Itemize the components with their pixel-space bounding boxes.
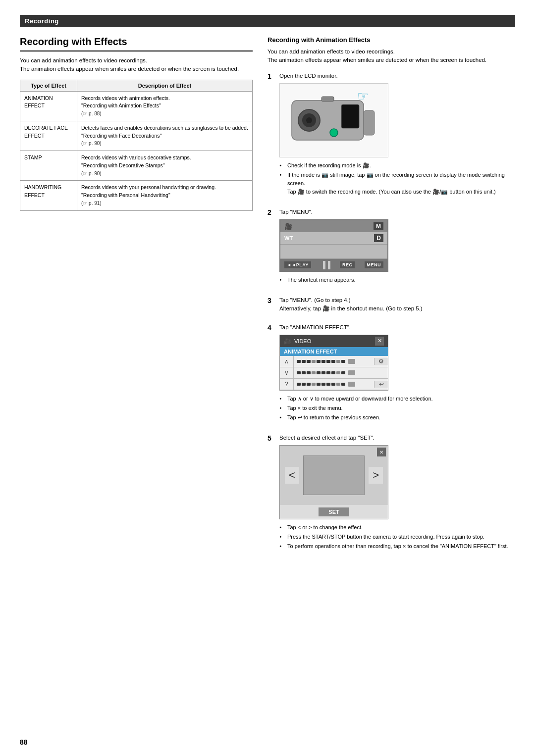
top-bar: Recording (20, 15, 515, 27)
dot (331, 371, 335, 374)
step-5-num: 5 (268, 434, 276, 443)
section-title: Recording with Effects (20, 36, 253, 51)
camera-preview-area (280, 244, 387, 259)
dot (312, 360, 316, 363)
col-header-type: Type of Effect (20, 80, 77, 91)
dot (331, 360, 335, 363)
page: Recording Recording with Effects You can… (0, 0, 535, 756)
select-close-button[interactable]: ✕ (377, 448, 386, 456)
back-icon[interactable]: ↩ (374, 381, 388, 388)
camera-icon: 🎥 (284, 223, 292, 230)
table-row: ANIMATION EFFECT Records videos with ani… (20, 91, 253, 121)
camera-ui-bottom: ◄◄PLAY ▐▐ REC MENU (280, 259, 387, 271)
main-content: Recording with Effects You can add anima… (20, 36, 515, 563)
step-5: 5 Select a desired effect and tap "SET".… (268, 434, 515, 555)
table-row: STAMP Records videos with various decora… (20, 151, 253, 181)
wt-label: WT (284, 235, 293, 241)
menu-item-row-1[interactable]: ∧ (280, 356, 388, 367)
up-arrow-icon[interactable]: ∧ (280, 356, 294, 367)
dot (336, 360, 340, 363)
animation-menu-box: 🎥 VIDEO ✕ ANIMATION EFFECT ∧ (279, 335, 388, 391)
top-bar-label: Recording (25, 17, 59, 25)
step-1: 1 Open the LCD monitor. (268, 72, 515, 201)
dot (312, 371, 316, 374)
dot (307, 383, 311, 386)
dot (317, 371, 321, 374)
settings-icon[interactable]: ⚙ (374, 358, 388, 365)
dot (341, 371, 345, 374)
select-box-inner: ✕ < > (280, 446, 388, 505)
menu-button[interactable]: MENU (365, 261, 384, 268)
subsection-title: Recording with Animation Effects (268, 36, 515, 44)
step-3-text: Tap "MENU". (Go to step 4.) Alternativel… (279, 296, 515, 313)
effect-name-1: ANIMATION EFFECT (20, 91, 77, 121)
table-row: DECORATE FACEEFFECT Detects faces and en… (20, 121, 253, 151)
right-column: Recording with Animation Effects You can… (268, 36, 515, 563)
m-label: M (374, 222, 383, 230)
dot (302, 371, 306, 374)
help-icon[interactable]: ? (280, 379, 294, 390)
dot (321, 383, 325, 386)
camera-ui-top: 🎥 M (280, 220, 387, 232)
step-3: 3 Tap "MENU". (Go to step 4.) Alternativ… (268, 296, 515, 316)
thumbnail (348, 370, 355, 375)
bullet-item: Tap ∧ or ∨ to move upward or downward fo… (279, 395, 515, 403)
effect-name-3: STAMP (20, 151, 77, 181)
dot (302, 360, 306, 363)
set-button-row: SET (280, 505, 388, 519)
dot (297, 371, 301, 374)
bullet-item: Check if the recording mode is 🎥. (279, 161, 515, 170)
rec-button[interactable]: REC (340, 261, 355, 268)
step-2-text: Tap "MENU". (279, 208, 515, 216)
animation-effect-row[interactable]: ANIMATION EFFECT (280, 347, 388, 356)
col-header-desc: Description of Effect (77, 80, 253, 91)
effect-preview (303, 455, 365, 495)
dot (336, 383, 340, 386)
play-button[interactable]: ◄◄PLAY (284, 261, 311, 268)
effect-desc-4: Records videos with your personal handwr… (77, 181, 253, 210)
select-effect-box: ✕ < > SET (279, 445, 388, 519)
bullet-item: Tap ↩ to return to the previous screen. (279, 413, 515, 422)
menu-header-left: 🎥 VIDEO (284, 338, 311, 345)
dot (302, 383, 306, 386)
effect-desc-2: Detects faces and enables decorations su… (77, 121, 253, 151)
step-4-num: 4 (268, 323, 276, 332)
animation-effect-label: ANIMATION EFFECT (284, 349, 337, 354)
svg-rect-5 (364, 110, 374, 135)
dot (312, 383, 316, 386)
dot (307, 360, 311, 363)
step-4-content: Tap "ANIMATION EFFECT". 🎥 VIDEO ✕ ANIMAT… (279, 323, 515, 427)
step-2-bullets: The shortcut menu appears. (279, 276, 515, 284)
table-row: HANDWRITINGEFFECT Records videos with yo… (20, 181, 253, 210)
menu-item-row-3[interactable]: ? (280, 379, 388, 390)
dot (326, 360, 330, 363)
dot (297, 383, 301, 386)
menu-item-dots-3 (294, 380, 374, 389)
svg-point-6 (330, 129, 338, 137)
dots-row-1 (297, 360, 345, 363)
menu-item-dots-2 (294, 368, 374, 377)
menu-item-dots-1 (294, 357, 374, 366)
step-3-num: 3 (268, 296, 276, 305)
step-5-content: Select a desired effect and tap "SET". ✕… (279, 434, 515, 555)
dot (326, 383, 330, 386)
camcorder-image: ☞ (279, 83, 388, 157)
set-button[interactable]: SET (319, 507, 349, 516)
step-4: 4 Tap "ANIMATION EFFECT". 🎥 VIDEO ✕ (268, 323, 515, 427)
effect-table: Type of Effect Description of Effect ANI… (20, 80, 253, 211)
d-label: D (374, 234, 383, 242)
down-arrow-icon[interactable]: ∨ (280, 367, 294, 378)
left-arrow-button[interactable]: < (285, 467, 299, 484)
step-2: 2 Tap "MENU". 🎥 M WT D (268, 208, 515, 289)
dot (297, 360, 301, 363)
menu-item-row-2[interactable]: ∨ (280, 367, 388, 379)
touch-hand-icon: ☞ (357, 89, 369, 103)
close-menu-button[interactable]: ✕ (375, 337, 384, 346)
step-4-bullets: Tap ∧ or ∨ to move upward or downward fo… (279, 395, 515, 422)
video-label: VIDEO (294, 338, 311, 344)
thumbnail (348, 359, 355, 364)
left-intro-1: You can add animation effects to video r… (20, 56, 253, 74)
svg-rect-4 (341, 104, 359, 128)
right-arrow-button[interactable]: > (369, 467, 383, 484)
step-5-text: Select a desired effect and tap "SET". (279, 434, 515, 442)
